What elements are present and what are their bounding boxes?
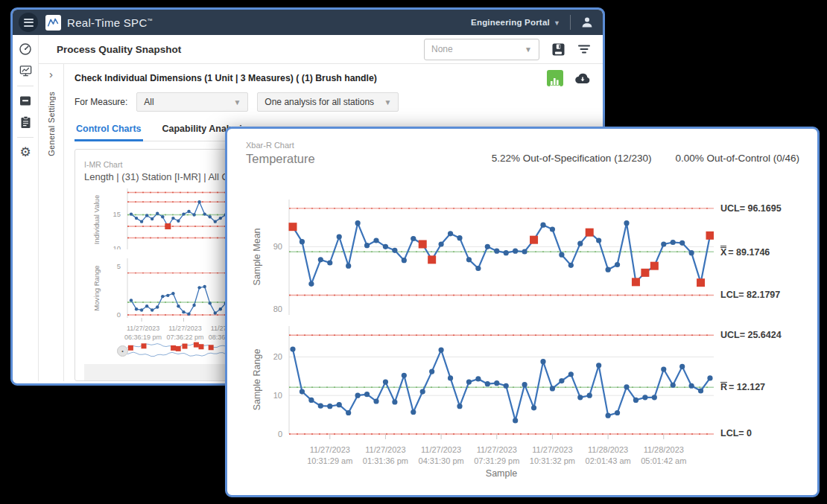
data-point-marker[interactable] <box>577 395 583 400</box>
data-point-marker[interactable] <box>203 212 206 215</box>
data-point-marker[interactable] <box>355 220 361 226</box>
data-point-marker[interactable] <box>300 389 305 394</box>
data-point-marker[interactable] <box>559 378 564 383</box>
data-point-marker[interactable] <box>187 210 190 213</box>
out-of-spec-marker[interactable] <box>586 229 594 237</box>
out-of-spec-marker[interactable] <box>530 236 538 244</box>
data-point-marker[interactable] <box>615 410 620 415</box>
analysis-mode-select[interactable]: One analysis for all stations▼ <box>257 92 399 112</box>
data-point-marker[interactable] <box>550 226 555 232</box>
hamburger-menu-icon[interactable] <box>19 13 38 32</box>
data-point-marker[interactable] <box>466 257 472 262</box>
data-point-marker[interactable] <box>318 257 323 262</box>
data-point-marker[interactable] <box>197 286 200 289</box>
data-point-marker[interactable] <box>689 383 694 389</box>
data-point-marker[interactable] <box>577 241 583 246</box>
data-point-marker[interactable] <box>171 217 174 220</box>
data-point-marker[interactable] <box>504 383 509 389</box>
data-point-marker[interactable] <box>337 402 342 407</box>
data-point-marker[interactable] <box>559 252 564 258</box>
data-point-marker[interactable] <box>214 311 217 314</box>
data-point-marker[interactable] <box>145 304 148 307</box>
out-of-spec-marker[interactable] <box>419 240 427 249</box>
out-of-spec-marker[interactable] <box>428 255 436 264</box>
data-point-marker[interactable] <box>177 304 180 307</box>
storage-icon[interactable] <box>19 95 32 107</box>
data-point-marker[interactable] <box>494 249 499 254</box>
data-point-marker[interactable] <box>383 244 388 249</box>
user-account-icon[interactable] <box>580 16 594 29</box>
data-point-marker[interactable] <box>420 389 425 394</box>
filter-icon[interactable] <box>577 43 591 55</box>
data-point-marker[interactable] <box>156 305 159 308</box>
data-point-marker[interactable] <box>671 383 676 388</box>
data-point-marker[interactable] <box>327 260 332 265</box>
data-point-marker[interactable] <box>392 248 397 253</box>
data-point-marker[interactable] <box>145 214 148 217</box>
snapshot-preset-select[interactable]: None▼ <box>424 39 539 60</box>
data-point-marker[interactable] <box>661 241 666 246</box>
data-point-marker[interactable] <box>457 403 462 409</box>
data-point-marker[interactable] <box>633 398 639 403</box>
data-point-marker[interactable] <box>402 258 407 263</box>
data-point-marker[interactable] <box>439 241 444 246</box>
out-of-spec-marker[interactable] <box>697 278 705 287</box>
data-point-marker[interactable] <box>161 215 164 218</box>
data-point-marker[interactable] <box>411 409 416 415</box>
clipboard-icon[interactable] <box>19 115 32 129</box>
data-point-marker[interactable] <box>485 244 490 249</box>
data-point-marker[interactable] <box>624 220 629 226</box>
data-point-marker[interactable] <box>606 413 611 418</box>
data-point-marker[interactable] <box>679 364 685 369</box>
data-point-marker[interactable] <box>140 308 143 311</box>
data-point-marker[interactable] <box>513 249 518 254</box>
data-point-marker[interactable] <box>182 310 185 313</box>
data-point-marker[interactable] <box>327 403 332 409</box>
data-point-marker[interactable] <box>346 410 351 415</box>
data-point-marker[interactable] <box>177 220 180 223</box>
data-point-marker[interactable] <box>130 299 133 302</box>
data-point-marker[interactable] <box>209 215 212 218</box>
data-point-marker[interactable] <box>475 266 481 271</box>
data-point-marker[interactable] <box>698 388 703 393</box>
data-point-marker[interactable] <box>624 384 629 389</box>
data-point-marker[interactable] <box>652 395 657 400</box>
cloud-download-icon[interactable] <box>574 72 591 84</box>
data-point-marker[interactable] <box>522 249 527 254</box>
data-point-marker[interactable] <box>166 294 169 297</box>
out-of-spec-marker[interactable] <box>165 223 171 229</box>
data-point-marker[interactable] <box>587 393 592 398</box>
data-point-marker[interactable] <box>130 212 133 215</box>
data-point-marker[interactable] <box>346 264 351 269</box>
data-point-marker[interactable] <box>642 395 647 400</box>
data-point-marker[interactable] <box>568 371 574 377</box>
data-point-marker[interactable] <box>540 223 545 228</box>
data-point-marker[interactable] <box>135 217 138 220</box>
data-point-marker[interactable] <box>171 292 174 295</box>
out-of-spec-marker[interactable] <box>632 278 640 286</box>
data-point-marker[interactable] <box>150 217 153 220</box>
data-point-marker[interactable] <box>156 212 159 215</box>
data-point-marker[interactable] <box>615 262 620 267</box>
data-point-marker[interactable] <box>308 281 314 287</box>
data-point-marker[interactable] <box>308 398 314 403</box>
data-point-marker[interactable] <box>466 379 472 384</box>
data-point-marker[interactable] <box>318 403 323 409</box>
chart-monitor-icon[interactable] <box>19 64 33 77</box>
data-point-marker[interactable] <box>219 307 222 310</box>
data-point-marker[interactable] <box>197 200 200 203</box>
out-of-spec-marker[interactable] <box>706 232 714 240</box>
data-point-marker[interactable] <box>475 376 481 381</box>
data-point-marker[interactable] <box>383 379 388 384</box>
data-point-marker[interactable] <box>337 234 342 239</box>
save-icon[interactable] <box>551 42 565 57</box>
data-point-marker[interactable] <box>707 375 712 380</box>
data-point-marker[interactable] <box>192 304 195 307</box>
data-point-marker[interactable] <box>209 302 212 304</box>
data-point-marker[interactable] <box>531 405 536 410</box>
data-point-marker[interactable] <box>214 220 217 223</box>
out-of-spec-marker[interactable] <box>289 223 297 231</box>
data-point-marker[interactable] <box>494 380 499 386</box>
data-point-marker[interactable] <box>606 267 611 272</box>
data-point-marker[interactable] <box>689 250 694 255</box>
